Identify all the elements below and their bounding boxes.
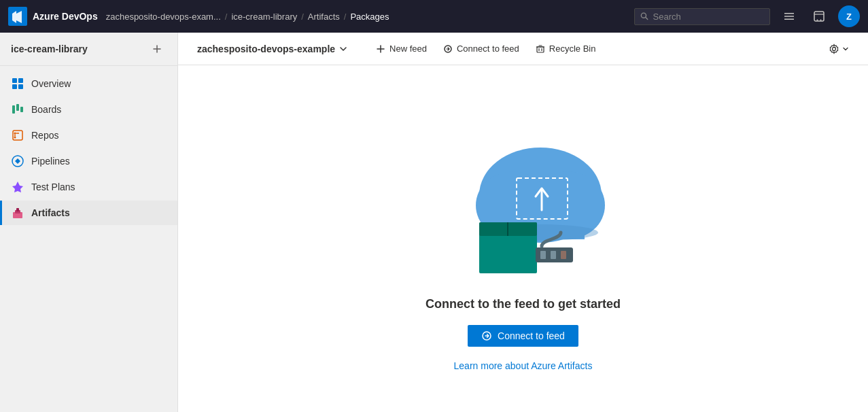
- connect-btn-label: Connect to feed: [498, 330, 565, 341]
- testplans-icon: [11, 180, 24, 194]
- svg-point-35: [833, 47, 836, 50]
- svg-rect-48: [551, 251, 556, 259]
- svg-point-19: [14, 133, 16, 135]
- sidebar-item-label: Boards: [31, 104, 61, 115]
- boards-icon: [11, 103, 24, 116]
- learn-more-link[interactable]: Learn more about Azure Artifacts: [454, 360, 593, 371]
- artifacts-icon: [11, 206, 24, 220]
- shopping-cart-icon: [813, 10, 825, 22]
- svg-line-2: [646, 17, 648, 19]
- svg-rect-26: [16, 208, 19, 211]
- new-feed-label: New feed: [389, 44, 427, 54]
- breadcrumb-item-4: Packages: [350, 12, 389, 22]
- content-header: zachesposito-devops-example New feed: [178, 33, 868, 65]
- svg-rect-12: [18, 78, 23, 83]
- sidebar-nav: Overview Boards: [0, 66, 177, 230]
- breadcrumb: zachesposito-devops-exam... / ice-cream-…: [106, 12, 626, 22]
- gear-icon: [829, 44, 839, 54]
- sidebar-item-label: Pipelines: [31, 156, 70, 167]
- svg-rect-15: [12, 105, 15, 114]
- svg-rect-4: [784, 16, 794, 17]
- chevron-down-icon: [339, 45, 347, 53]
- overview-icon: [11, 77, 24, 90]
- connect-icon: [443, 44, 453, 54]
- svg-rect-13: [12, 84, 17, 89]
- brand[interactable]: Azure DevOps: [8, 7, 98, 26]
- menu-icon-btn[interactable]: [778, 5, 800, 27]
- sidebar-item-artifacts[interactable]: Artifacts: [0, 201, 177, 225]
- connect-feed-button[interactable]: Connect to feed: [436, 40, 526, 57]
- recycle-bin-label: Recycle Bin: [549, 44, 596, 54]
- svg-rect-3: [784, 13, 794, 14]
- connect-icon: [481, 330, 492, 341]
- search-box[interactable]: [634, 8, 770, 25]
- feed-selector[interactable]: zachesposito-devops-example: [192, 41, 353, 57]
- breadcrumb-item-2[interactable]: ice-cream-library: [231, 12, 297, 22]
- sidebar-item-label: Test Plans: [31, 182, 75, 192]
- content-area: zachesposito-devops-example New feed: [178, 33, 868, 412]
- sidebar-item-label: Artifacts: [31, 207, 70, 218]
- azure-devops-logo-icon: [8, 7, 27, 26]
- header-actions: New feed Connect to feed: [369, 40, 602, 57]
- user-avatar[interactable]: Z: [838, 5, 860, 27]
- sidebar-item-label: Repos: [31, 130, 58, 141]
- project-name[interactable]: ice-cream-library: [11, 44, 88, 54]
- empty-state-illustration: [415, 107, 632, 284]
- add-project-button[interactable]: [147, 39, 167, 58]
- breadcrumb-item-3[interactable]: Artifacts: [308, 12, 340, 22]
- sidebar-item-label: Overview: [31, 78, 71, 89]
- sidebar-header: ice-cream-library: [0, 33, 177, 66]
- breadcrumb-sep-3: /: [344, 12, 347, 22]
- svg-rect-30: [537, 47, 544, 52]
- repos-icon: [11, 128, 24, 142]
- breadcrumb-sep-1: /: [225, 12, 228, 22]
- search-icon: [640, 12, 649, 21]
- recycle-bin-button[interactable]: Recycle Bin: [529, 40, 603, 57]
- sidebar-item-overview[interactable]: Overview: [0, 71, 177, 96]
- svg-point-8: [820, 20, 822, 21]
- pipelines-icon: [11, 154, 24, 168]
- svg-rect-47: [540, 251, 546, 259]
- svg-rect-6: [814, 12, 824, 21]
- svg-rect-14: [18, 84, 23, 89]
- empty-state-title: Connect to the feed to get started: [426, 297, 621, 311]
- sidebar-item-testplans[interactable]: Test Plans: [0, 175, 177, 199]
- svg-rect-17: [20, 107, 23, 112]
- svg-point-20: [14, 137, 16, 139]
- svg-point-7: [817, 20, 818, 21]
- svg-rect-16: [16, 104, 19, 111]
- breadcrumb-sep-2: /: [301, 12, 304, 22]
- new-feed-button[interactable]: New feed: [369, 40, 434, 57]
- nav-right: Z: [634, 5, 860, 27]
- shopping-cart-icon-btn[interactable]: [808, 5, 830, 27]
- sidebar-item-repos[interactable]: Repos: [0, 123, 177, 148]
- content-body: Connect to the feed to get started Conne…: [178, 65, 868, 412]
- plus-icon: [152, 44, 162, 54]
- sidebar: ice-cream-library Ov: [0, 33, 178, 412]
- sidebar-item-boards[interactable]: Boards: [0, 97, 177, 122]
- chevron-down-icon: [842, 46, 849, 52]
- search-input[interactable]: [653, 12, 764, 22]
- plus-icon: [376, 44, 385, 54]
- breadcrumb-item-1[interactable]: zachesposito-devops-exam...: [106, 12, 221, 22]
- brand-name: Azure DevOps: [33, 11, 98, 22]
- sidebar-item-pipelines[interactable]: Pipelines: [0, 149, 177, 173]
- recycle-bin-icon: [536, 44, 545, 54]
- menu-icon: [783, 10, 795, 22]
- svg-rect-18: [13, 131, 22, 140]
- svg-rect-11: [12, 78, 17, 83]
- feed-name: zachesposito-devops-example: [197, 44, 335, 54]
- connect-feed-label: Connect to feed: [457, 44, 519, 54]
- main-layout: ice-cream-library Ov: [0, 33, 868, 412]
- header-right: [823, 40, 854, 58]
- svg-rect-5: [784, 19, 794, 20]
- top-nav: Azure DevOps zachesposito-devops-exam...…: [0, 0, 868, 33]
- svg-rect-49: [561, 251, 566, 259]
- connect-to-feed-button[interactable]: Connect to feed: [468, 325, 578, 347]
- settings-button[interactable]: [823, 40, 854, 58]
